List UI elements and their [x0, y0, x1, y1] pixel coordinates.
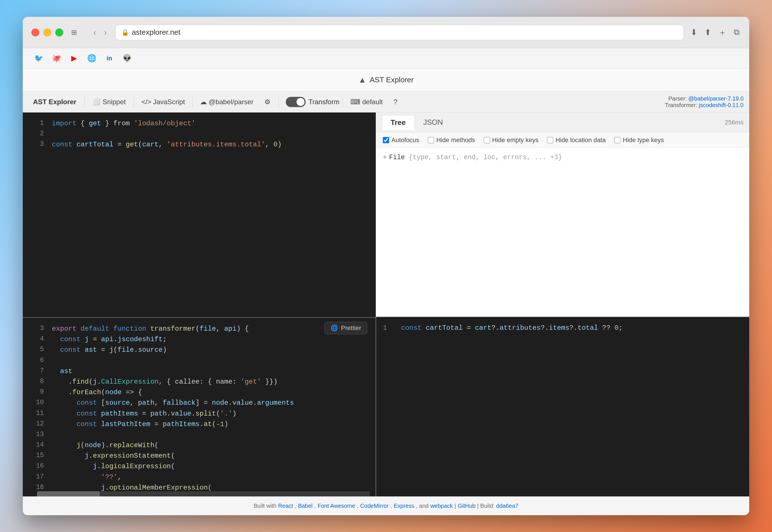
footer-sep-1: ,: [295, 503, 297, 509]
help-button[interactable]: ?: [389, 96, 402, 108]
bookmark-youtube[interactable]: ▶: [67, 52, 81, 65]
header-app-name: AST Explorer: [370, 75, 414, 84]
parser-button[interactable]: ☁ @babel/parser: [196, 96, 258, 108]
help-label: ?: [394, 98, 397, 106]
bookmark-linkedin[interactable]: in: [102, 52, 117, 65]
bt-line-16: 16 j.logicalExpression(: [23, 461, 376, 472]
default-label: default: [362, 98, 383, 106]
bt-line-17: 17 '??',: [23, 472, 376, 482]
hide-type-keys-label: Hide type keys: [623, 136, 664, 144]
bt-line-4: 4 const j = api.jscodeshift;: [23, 334, 376, 345]
tab-bar: Tree JSON 256ms: [376, 112, 749, 132]
autofocus-checkbox[interactable]: [383, 137, 389, 143]
maximize-button[interactable]: [55, 28, 63, 36]
tree-expand-icon[interactable]: +: [383, 154, 387, 161]
hide-location-checkbox-item[interactable]: Hide location data: [547, 136, 606, 144]
tree-file-label: File: [389, 154, 409, 161]
parser-link[interactable]: @babel/parser-7.19.0: [688, 95, 744, 102]
hide-methods-checkbox[interactable]: [428, 137, 434, 143]
forward-button[interactable]: ›: [101, 27, 109, 38]
bookmark-twitter[interactable]: 🐦: [31, 52, 46, 65]
footer: Built with React , Babel , Font Awesome …: [23, 496, 749, 515]
editor-scrollbar[interactable]: [37, 491, 370, 496]
output-panel: 1 const cartTotal = cart?.attributes?.it…: [376, 317, 749, 496]
footer-github-link[interactable]: GitHub: [458, 503, 475, 509]
output-line-1: 1 const cartTotal = cart?.attributes?.it…: [383, 323, 742, 333]
output-area: 1 const cartTotal = cart?.attributes?.it…: [376, 317, 749, 339]
footer-babel-link[interactable]: Babel: [298, 503, 313, 509]
footer-fontawesome-link[interactable]: Font Awesome: [318, 503, 355, 509]
browser-actions: ⬇ ⬆ ＋ ⧉: [689, 26, 741, 39]
tabs-button[interactable]: ⧉: [733, 26, 741, 38]
prettier-label: Prettier: [341, 324, 361, 332]
tree-file-props: {type, start, end, loc, errors, ... +3}: [409, 154, 562, 161]
footer-text: Built with: [254, 503, 276, 509]
hide-type-keys-checkbox-item[interactable]: Hide type keys: [614, 136, 664, 144]
bt-line-10: 10 const [source, path, fallback] = node…: [23, 398, 376, 408]
bookmark-web[interactable]: 🌐: [84, 52, 99, 65]
transform-label: Transform: [309, 98, 339, 106]
json-tab[interactable]: JSON: [415, 115, 452, 130]
address-text: astexplorer.net: [132, 28, 181, 37]
top-editor[interactable]: 1 import { get } from 'lodash/object' 2 …: [23, 112, 376, 317]
footer-build-link[interactable]: dda6ea7: [496, 503, 518, 509]
toolbar-divider-2: [134, 97, 134, 107]
footer-sep-5: , and: [416, 503, 428, 509]
bookmark-github[interactable]: 🐙: [49, 52, 64, 65]
settings-button[interactable]: ⚙: [260, 96, 275, 108]
footer-react-link[interactable]: React: [278, 503, 293, 509]
language-label: JavaScript: [153, 98, 185, 106]
hide-methods-checkbox-item[interactable]: Hide methods: [428, 136, 475, 144]
bottom-code-area: 3 export default function transformer(fi…: [23, 318, 376, 496]
hide-location-checkbox[interactable]: [547, 137, 553, 143]
toolbar: AST Explorer ⬜ Snippet </> JavaScript ☁ …: [23, 91, 749, 112]
render-time: 256ms: [725, 119, 744, 126]
footer-sep-3: ,: [357, 503, 359, 509]
share-button[interactable]: ⬆: [703, 26, 712, 38]
traffic-lights: [31, 28, 63, 36]
back-button[interactable]: ‹: [91, 27, 99, 38]
tree-tab[interactable]: Tree: [382, 115, 415, 130]
footer-webpack-link[interactable]: webpack: [430, 503, 453, 509]
output-line-content: const cartTotal = cart?.attributes?.item…: [401, 323, 623, 333]
sidebar-toggle-button[interactable]: ⊞: [69, 27, 79, 38]
title-bar: ⊞ ‹ › 🔒 astexplorer.net ⬇ ⬆ ＋ ⧉: [23, 17, 749, 48]
new-tab-button[interactable]: ＋: [717, 26, 728, 39]
close-button[interactable]: [31, 28, 39, 36]
footer-express-link[interactable]: Express: [394, 503, 414, 509]
browser-window: ⊞ ‹ › 🔒 astexplorer.net ⬇ ⬆ ＋ ⧉ 🐦 🐙 ▶ 🌐 …: [23, 17, 749, 515]
hide-location-label: Hide location data: [555, 136, 606, 144]
keyboard-button[interactable]: ⌨ default: [346, 96, 387, 108]
parser-label: @babel/parser: [209, 98, 254, 106]
code-line-3: 3 const cartTotal = get(cart, 'attribute…: [23, 139, 376, 150]
address-bar[interactable]: 🔒 astexplorer.net: [115, 25, 684, 40]
code-line-2: 2: [23, 129, 376, 139]
transform-toggle[interactable]: [286, 97, 306, 107]
toolbar-divider-4: [279, 97, 279, 107]
prettier-button[interactable]: 🌀 Prettier: [324, 322, 367, 334]
hide-type-keys-checkbox[interactable]: [614, 137, 620, 143]
bt-line-8: 8 .find(j.CallExpression, { callee: { na…: [23, 377, 376, 387]
snippet-button[interactable]: ⬜ Snippet: [88, 96, 130, 108]
transformer-link[interactable]: jscodeshift-0.11.0: [699, 102, 744, 108]
hide-empty-keys-checkbox[interactable]: [484, 137, 490, 143]
bookmark-reddit[interactable]: 👽: [120, 52, 134, 65]
snippet-icon: ⬜: [93, 98, 100, 106]
footer-sep-2: ,: [314, 503, 316, 509]
hide-methods-label: Hide methods: [436, 136, 475, 144]
footer-sep-4: ,: [390, 503, 392, 509]
download-button[interactable]: ⬇: [689, 26, 698, 38]
footer-codemirror-link[interactable]: CodeMirror: [360, 503, 389, 509]
bottom-editor[interactable]: 🌀 Prettier 3 export default function tra…: [23, 317, 376, 496]
nav-buttons: ‹ ›: [91, 27, 110, 38]
language-button[interactable]: </> JavaScript: [137, 96, 189, 108]
bt-line-9: 9 .forEach(node => {: [23, 387, 376, 398]
autofocus-checkbox-item[interactable]: Autofocus: [383, 136, 419, 144]
hide-empty-keys-checkbox-item[interactable]: Hide empty keys: [484, 136, 539, 144]
tree-file-node[interactable]: + File {type, start, end, loc, errors, .…: [383, 154, 742, 161]
bt-line-5: 5 const ast = j(file.source): [23, 345, 376, 355]
scrollbar-thumb[interactable]: [37, 491, 100, 496]
minimize-button[interactable]: [43, 28, 51, 36]
app-header: ▲ AST Explorer: [23, 69, 749, 91]
bt-line-13: 13: [23, 429, 376, 440]
